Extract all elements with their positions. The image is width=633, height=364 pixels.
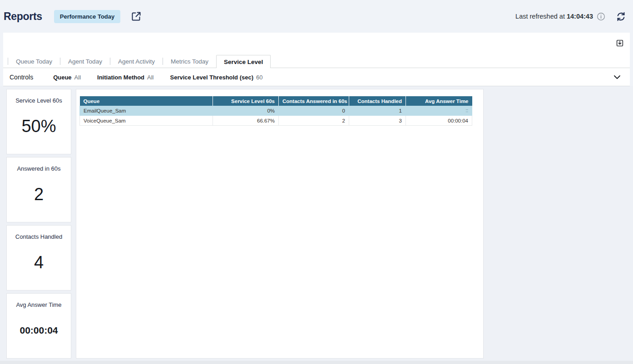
table-cell: 0 bbox=[279, 106, 349, 116]
filter-queue[interactable]: QueueAll bbox=[53, 73, 81, 81]
controls-filters: QueueAllInitiation MethodAllService Leve… bbox=[53, 73, 279, 81]
column-header-contacts-answered-in-60s[interactable]: Contacts Answered in 60s bbox=[279, 96, 349, 106]
table-cell: 0% bbox=[213, 106, 279, 116]
filter-value: All bbox=[147, 74, 153, 81]
tabs: Queue TodayAgent TodayAgent ActivityMetr… bbox=[3, 55, 630, 68]
kpi-title: Avg Answer Time bbox=[16, 301, 61, 308]
table-cell: 00:00:04 bbox=[406, 116, 472, 126]
kpi-value: 4 bbox=[34, 240, 44, 285]
table-row[interactable]: VoiceQueue_Sam66.67%2300:00:04 bbox=[80, 116, 472, 126]
table-cell: EmailQueue_Sam bbox=[80, 106, 213, 116]
table-cell: 2 bbox=[279, 116, 349, 126]
table-cell: 3 bbox=[349, 116, 406, 126]
column-header-contacts-handled[interactable]: Contacts Handled bbox=[349, 96, 406, 106]
table-cell: 66.67% bbox=[213, 116, 279, 126]
tab-service-level[interactable]: Service Level bbox=[216, 55, 271, 68]
chevron-down-icon[interactable] bbox=[613, 73, 622, 82]
service-level-table: QueueService Level 60sContacts Answered … bbox=[79, 96, 472, 126]
panel-toolbar bbox=[3, 33, 630, 55]
page-header: Reports Performance Today Last refreshed… bbox=[0, 0, 633, 33]
kpi-title: Answered in 60s bbox=[17, 165, 60, 172]
kpi-value: 00:00:04 bbox=[20, 308, 58, 353]
controls-bar: Controls QueueAllInitiation MethodAllSer… bbox=[3, 68, 630, 86]
filter-label: Queue bbox=[53, 74, 71, 81]
filter-label: Service Level Threshold (sec) bbox=[170, 74, 254, 81]
export-icon[interactable] bbox=[616, 39, 624, 47]
table-cell: :: bbox=[406, 106, 472, 116]
column-header-queue[interactable]: Queue bbox=[80, 96, 213, 106]
kpi-value: 2 bbox=[34, 172, 44, 216]
header-right: Last refreshed at 14:04:43 bbox=[515, 12, 626, 21]
kpi-card-avg-answer-time: Avg Answer Time00:00:04 bbox=[6, 293, 71, 359]
horizontal-scrollbar[interactable] bbox=[0, 361, 633, 364]
filter-value: 60 bbox=[256, 74, 262, 81]
tab-agent-today[interactable]: Agent Today bbox=[60, 58, 110, 65]
kpi-title: Service Level 60s bbox=[15, 97, 62, 104]
last-refreshed-time: 14:04:43 bbox=[567, 13, 593, 20]
table-cell: VoiceQueue_Sam bbox=[80, 116, 213, 126]
table-body: EmailQueue_Sam0%01::VoiceQueue_Sam66.67%… bbox=[80, 106, 472, 126]
tab-agent-activity[interactable]: Agent Activity bbox=[110, 58, 163, 65]
kpi-title: Contacts Handled bbox=[15, 233, 62, 240]
table-head: QueueService Level 60sContacts Answered … bbox=[80, 96, 472, 106]
filter-value: All bbox=[74, 74, 81, 81]
kpi-card-service-level-60s: Service Level 60s50% bbox=[6, 89, 71, 154]
filter-service-level-threshold-sec[interactable]: Service Level Threshold (sec)60 bbox=[170, 73, 263, 81]
table-cell: 1 bbox=[349, 106, 406, 116]
info-icon[interactable] bbox=[597, 12, 605, 21]
last-refreshed-text: Last refreshed at 14:04:43 bbox=[515, 13, 593, 20]
filter-initiation-method[interactable]: Initiation MethodAll bbox=[97, 73, 153, 81]
tab-metrics-today[interactable]: Metrics Today bbox=[163, 58, 216, 65]
refresh-icon[interactable] bbox=[616, 12, 626, 21]
dashboard-body: Service Level 60s50%Answered in 60s2Cont… bbox=[0, 86, 633, 361]
filter-label: Initiation Method bbox=[97, 74, 144, 81]
column-header-avg-answer-time[interactable]: Avg Answer Time bbox=[406, 96, 472, 106]
kpi-value: 50% bbox=[21, 104, 56, 148]
tab-queue-today[interactable]: Queue Today bbox=[8, 58, 60, 65]
controls-title: Controls bbox=[10, 74, 33, 81]
reports-page: Reports Performance Today Last refreshed… bbox=[0, 0, 633, 364]
last-refreshed-prefix: Last refreshed at bbox=[515, 13, 567, 20]
table-row[interactable]: EmailQueue_Sam0%01:: bbox=[80, 106, 472, 116]
page-title: Reports bbox=[4, 10, 42, 23]
external-link-icon[interactable] bbox=[131, 11, 141, 21]
report-type-badge[interactable]: Performance Today bbox=[54, 10, 120, 23]
table-card: QueueService Level 60sContacts Answered … bbox=[76, 89, 484, 359]
column-header-service-level-60s[interactable]: Service Level 60s bbox=[213, 96, 279, 106]
kpi-card-answered-in-60s: Answered in 60s2 bbox=[6, 157, 71, 222]
table-header-row: QueueService Level 60sContacts Answered … bbox=[80, 96, 472, 106]
dashboard-panel: Queue TodayAgent TodayAgent ActivityMetr… bbox=[3, 33, 630, 86]
kpi-card-contacts-handled: Contacts Handled4 bbox=[6, 225, 71, 290]
